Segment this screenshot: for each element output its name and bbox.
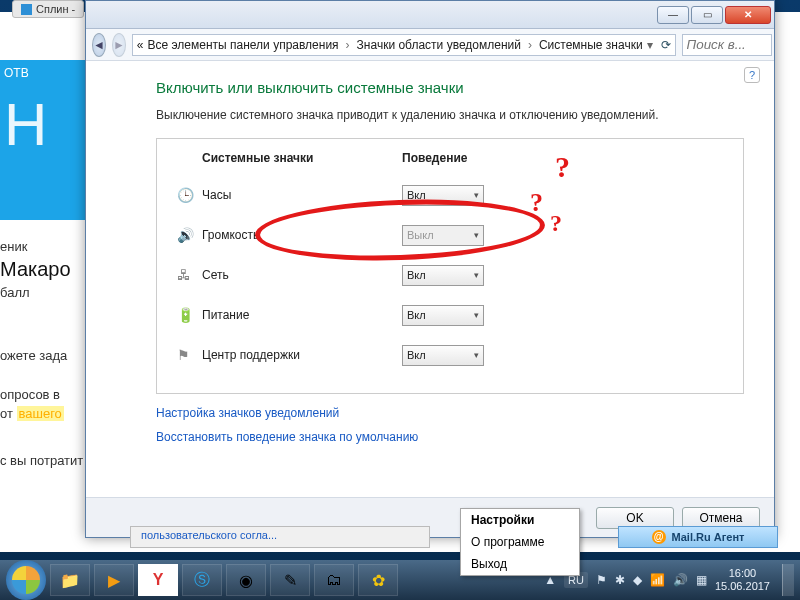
row-label: Питание — [202, 308, 402, 322]
chevron-down-icon: ▾ — [474, 190, 479, 200]
breadcrumb-item[interactable]: Значки области уведомлений — [357, 38, 521, 52]
tray-network-icon[interactable]: 📶 — [650, 573, 665, 587]
tray-flag-icon[interactable]: ⚑ — [596, 573, 607, 587]
close-button[interactable]: ✕ — [725, 6, 771, 24]
help-icon: ? — [749, 69, 755, 81]
start-button[interactable] — [6, 560, 46, 600]
mailru-icon: @ — [652, 530, 666, 544]
taskbar-app-misc[interactable]: ✿ — [358, 564, 398, 596]
taskbar-app-editor[interactable]: ✎ — [270, 564, 310, 596]
behavior-select-network[interactable]: Вкл▾ — [402, 265, 484, 286]
tray-time: 16:00 — [715, 567, 770, 580]
taskbar-app-media[interactable]: ▶ — [94, 564, 134, 596]
minimize-icon: — — [668, 9, 678, 20]
link-customize-icons[interactable]: Настройка значков уведомлений — [156, 406, 744, 420]
menu-item-exit[interactable]: Выход — [461, 553, 579, 575]
tray-context-menu: Настройки О программе Выход — [460, 508, 580, 576]
breadcrumb-item[interactable]: Все элементы панели управления — [147, 38, 338, 52]
sidebar-letter: Н — [4, 100, 81, 150]
maximize-icon: ▭ — [703, 9, 712, 20]
chevron-down-icon: ▾ — [474, 270, 479, 280]
page-title: Включить или выключить системные значки — [156, 79, 744, 96]
row-network: 🖧 Сеть Вкл▾ — [177, 255, 723, 295]
menu-item-settings[interactable]: Настройки — [461, 509, 579, 531]
tray-volume-icon[interactable]: 🔊 — [673, 573, 688, 587]
flag-icon: ⚑ — [177, 347, 202, 363]
close-icon: ✕ — [744, 9, 752, 20]
chevron-right-icon[interactable]: › — [528, 38, 532, 52]
system-icons-panel: Системные значки Поведение 🕒 Часы Вкл▾ 🔊… — [156, 138, 744, 394]
sidebar-header: ОТВ — [4, 66, 81, 80]
behavior-select-clock[interactable]: Вкл▾ — [402, 185, 484, 206]
breadcrumb-overflow[interactable]: « — [137, 38, 144, 52]
system-tray: ▲ RU ⚑ ✱ ◆ 📶 🔊 ▦ 16:00 15.06.2017 — [544, 564, 794, 596]
behavior-select-volume: Выкл▾ — [402, 225, 484, 246]
tab-title: Сплин - — [36, 3, 75, 15]
minimize-button[interactable]: — — [657, 6, 689, 24]
explorer-navbar: ◄ ► « Все элементы панели управления › З… — [86, 29, 774, 61]
chat-bar-partial[interactable]: пользовательского согла... — [130, 526, 430, 548]
answers-sidebar: ОТВ Н — [0, 60, 85, 220]
taskbar-app-chrome[interactable]: ◉ — [226, 564, 266, 596]
row-label: Часы — [202, 188, 402, 202]
play-icon — [21, 4, 32, 15]
tray-clock[interactable]: 16:00 15.06.2017 — [715, 567, 770, 593]
tray-icon[interactable]: ✱ — [615, 573, 625, 587]
row-label: Центр поддержки — [202, 348, 402, 362]
row-action-center: ⚑ Центр поддержки Вкл▾ — [177, 335, 723, 375]
row-volume: 🔊 Громкость Выкл▾ — [177, 215, 723, 255]
column-header-behavior: Поведение — [402, 151, 467, 165]
mailru-label: Mail.Ru Агент — [672, 531, 745, 543]
arrow-left-icon: ◄ — [93, 38, 105, 52]
address-dropdown-icon[interactable]: ▾ — [647, 38, 653, 52]
row-label: Сеть — [202, 268, 402, 282]
battery-icon: 🔋 — [177, 307, 202, 323]
tray-icon[interactable]: ◆ — [633, 573, 642, 587]
volume-icon: 🔊 — [177, 227, 202, 243]
taskbar-app-folder[interactable]: 🗂 — [314, 564, 354, 596]
address-bar[interactable]: « Все элементы панели управления › Значк… — [132, 34, 676, 56]
nav-back-button[interactable]: ◄ — [92, 33, 106, 57]
maximize-button[interactable]: ▭ — [691, 6, 723, 24]
breadcrumb-item[interactable]: Системные значки — [539, 38, 643, 52]
window-titlebar[interactable]: — ▭ ✕ — [86, 1, 774, 29]
arrow-right-icon: ► — [113, 38, 125, 52]
background-browser-tab[interactable]: Сплин - — [12, 0, 84, 18]
network-icon: 🖧 — [177, 267, 202, 283]
chevron-down-icon: ▾ — [474, 230, 479, 240]
taskbar-app-skype[interactable]: Ⓢ — [182, 564, 222, 596]
page-subtitle: Выключение системного значка приводит к … — [156, 108, 744, 122]
refresh-icon[interactable]: ⟳ — [661, 38, 671, 52]
clock-icon: 🕒 — [177, 187, 202, 203]
taskbar-app-explorer[interactable]: 📁 — [50, 564, 90, 596]
row-power: 🔋 Питание Вкл▾ — [177, 295, 723, 335]
behavior-select-action[interactable]: Вкл▾ — [402, 345, 484, 366]
partial-page-text: еник Макаро балл ожете зада опросов в от… — [0, 235, 90, 472]
behavior-select-power[interactable]: Вкл▾ — [402, 305, 484, 326]
show-desktop-button[interactable] — [782, 564, 794, 596]
search-input[interactable] — [682, 34, 772, 56]
control-panel-window: — ▭ ✕ ◄ ► « Все элементы панели управлен… — [85, 0, 775, 538]
nav-forward-button[interactable]: ► — [112, 33, 126, 57]
help-button[interactable]: ? — [744, 67, 760, 83]
chevron-down-icon: ▾ — [474, 350, 479, 360]
taskbar-app-yandex[interactable]: Y — [138, 564, 178, 596]
windows-orb-icon — [12, 566, 40, 594]
tray-date: 15.06.2017 — [715, 580, 770, 593]
mailru-agent-button[interactable]: @ Mail.Ru Агент — [618, 526, 778, 548]
chevron-down-icon: ▾ — [474, 310, 479, 320]
row-label: Громкость — [202, 228, 402, 242]
link-restore-defaults[interactable]: Восстановить поведение значка по умолчан… — [156, 430, 744, 444]
menu-item-about[interactable]: О программе — [461, 531, 579, 553]
page-content: Включить или выключить системные значки … — [86, 61, 774, 514]
column-header-icons: Системные значки — [177, 151, 402, 165]
tray-icon[interactable]: ▦ — [696, 573, 707, 587]
taskbar: 📁 ▶ Y Ⓢ ◉ ✎ 🗂 ✿ ▲ RU ⚑ ✱ ◆ 📶 🔊 ▦ 16:00 1… — [0, 560, 800, 600]
chevron-right-icon[interactable]: › — [346, 38, 350, 52]
row-clock: 🕒 Часы Вкл▾ — [177, 175, 723, 215]
